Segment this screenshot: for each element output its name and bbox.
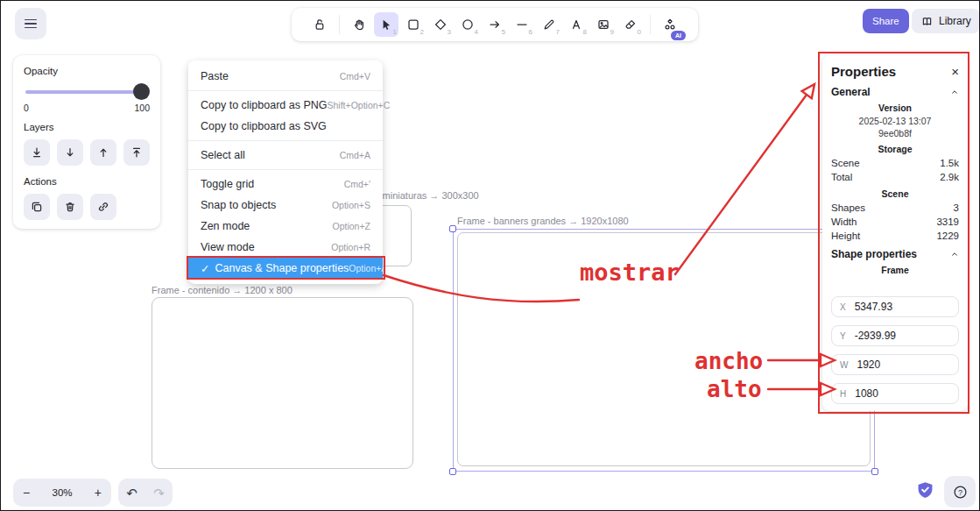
tool-diamond[interactable]: 3: [428, 12, 453, 37]
menu-item-copy-png[interactable]: Copy to clipboard as PNG Shift+Option+C: [188, 95, 383, 116]
scene-width-row: Width 3319: [831, 215, 959, 229]
rectangle-icon: [406, 18, 420, 32]
menu-item-snap-to-objects[interactable]: Snap to objects Option+S: [188, 195, 383, 216]
opacity-slider-knob[interactable]: [133, 83, 150, 100]
menu-shortcut: Option+/: [349, 263, 384, 273]
arrow-icon: [488, 18, 502, 32]
send-backward-button[interactable]: [57, 139, 83, 166]
undo-button[interactable]: ↶: [126, 486, 137, 500]
image-icon: [596, 18, 610, 32]
x-field[interactable]: X 5347.93: [831, 296, 959, 317]
send-to-back-button[interactable]: [24, 139, 50, 166]
frame-contenido[interactable]: [152, 297, 413, 469]
main-menu-button[interactable]: [15, 8, 46, 39]
menu-separator: [188, 140, 383, 141]
link-button[interactable]: [90, 194, 116, 220]
tool-arrow[interactable]: 5: [483, 12, 507, 37]
tool-eraser[interactable]: 0: [618, 12, 643, 37]
selection-handle[interactable]: [449, 225, 456, 232]
version-date: 2025-02-13 13:07: [831, 115, 959, 127]
duplicate-button[interactable]: [24, 194, 50, 220]
menu-item-copy-svg[interactable]: Copy to clipboard as SVG: [188, 116, 383, 137]
redo-button[interactable]: ↷: [153, 486, 165, 500]
chevron-up-icon: [950, 89, 959, 96]
link-icon: [96, 200, 110, 214]
properties-panel: Properties × General Version 2025-02-13 …: [822, 55, 968, 411]
shapes-icon: [663, 18, 677, 32]
bring-to-front-button[interactable]: [123, 139, 150, 166]
menu-shortcut: Cmd+': [344, 179, 370, 189]
w-field[interactable]: W 1920: [831, 354, 959, 375]
tool-image[interactable]: 9: [591, 12, 616, 37]
version-label: Version: [831, 102, 959, 115]
scene-height-row: Height 1229: [831, 229, 959, 243]
help-button[interactable]: ?: [944, 476, 976, 507]
library-button[interactable]: Library: [912, 9, 980, 33]
opacity-slider[interactable]: [24, 83, 150, 101]
send-to-back-icon: [30, 145, 44, 160]
menu-item-zen-mode[interactable]: Zen mode Option+Z: [188, 216, 383, 237]
question-mark-icon: ?: [953, 485, 968, 500]
send-backward-icon: [63, 145, 77, 160]
diamond-icon: [434, 18, 448, 32]
scene-label: Scene: [831, 188, 959, 201]
tool-rectangle[interactable]: 2: [401, 12, 426, 37]
menu-item-view-mode[interactable]: View mode Option+R: [188, 237, 383, 258]
text-icon: [569, 18, 583, 32]
tool-lock[interactable]: [307, 12, 332, 37]
share-button[interactable]: Share: [863, 9, 909, 33]
bring-forward-button[interactable]: [90, 139, 116, 166]
y-field[interactable]: Y -2939.99: [831, 325, 959, 346]
unlock-icon: [313, 18, 327, 32]
tool-text[interactable]: 8: [564, 12, 589, 37]
menu-item-canvas-shape-properties[interactable]: ✓ Canvas & Shape properties Option+/: [188, 258, 383, 279]
hand-icon: [352, 18, 366, 32]
opacity-slider-track[interactable]: [25, 90, 148, 94]
shape-properties-section-header[interactable]: Shape properties: [831, 248, 959, 260]
frame-label-contenido[interactable]: Frame - contenido → 1200 x 800: [152, 285, 293, 295]
zoom-out-button[interactable]: −: [23, 486, 30, 500]
zoom-level[interactable]: 30%: [52, 487, 72, 498]
frame-label-banners-grandes[interactable]: Frame - banners grandes → 1920x1080: [457, 216, 629, 226]
tool-hand[interactable]: [347, 12, 371, 37]
tool-line[interactable]: 6: [510, 12, 534, 37]
delete-button[interactable]: [57, 194, 83, 220]
storage-scene-row: Scene 1.5k: [831, 156, 959, 170]
tool-selection[interactable]: 1: [374, 12, 398, 37]
menu-item-select-all[interactable]: Select all Cmd+A: [188, 145, 383, 166]
menu-shortcut: Option+Z: [333, 221, 370, 231]
selection-handle[interactable]: [449, 468, 456, 475]
menu-shortcut: Option+R: [331, 242, 370, 252]
book-icon: [920, 15, 934, 28]
element-properties-panel: Opacity 0 100 Layers: [13, 55, 160, 229]
zoom-in-button[interactable]: +: [95, 486, 102, 500]
scene-shapes-row: Shapes 3: [831, 201, 959, 215]
menu-shortcut: Cmd+A: [340, 150, 370, 160]
menu-item-paste[interactable]: Paste Cmd+V: [188, 66, 383, 87]
tool-ellipse[interactable]: 4: [455, 12, 480, 37]
tool-ai-tools[interactable]: AI: [658, 12, 682, 37]
context-menu: Paste Cmd+V Copy to clipboard as PNG Shi…: [188, 60, 383, 284]
svg-text:?: ?: [957, 487, 962, 496]
opacity-label: Opacity: [24, 66, 150, 76]
h-field[interactable]: H 1080: [831, 383, 959, 404]
actions-label: Actions: [24, 176, 150, 187]
shield-check-icon[interactable]: [917, 481, 934, 500]
bring-to-front-icon: [130, 145, 144, 160]
zoom-control: − 30% +: [13, 479, 111, 507]
excalidraw-app: Frame - miniaturas → 300x300 Frame - ban…: [0, 0, 980, 511]
selection-handle[interactable]: [871, 468, 878, 475]
line-icon: [515, 18, 529, 32]
frame-banners-grandes[interactable]: [457, 232, 871, 466]
general-section-header[interactable]: General: [831, 86, 959, 98]
close-icon[interactable]: ×: [951, 66, 959, 78]
toolbar-divider: [339, 15, 340, 34]
library-label: Library: [939, 15, 971, 27]
menu-item-toggle-grid[interactable]: Toggle grid Cmd+': [188, 174, 383, 195]
tool-draw[interactable]: 7: [537, 12, 561, 37]
menu-shortcut: Cmd+V: [340, 71, 370, 82]
opacity-min-label: 0: [24, 103, 29, 113]
menu-shortcut: Option+S: [332, 200, 370, 210]
cursor-icon: [379, 18, 393, 32]
toolbar: 1 2 3 4 5: [292, 8, 698, 41]
